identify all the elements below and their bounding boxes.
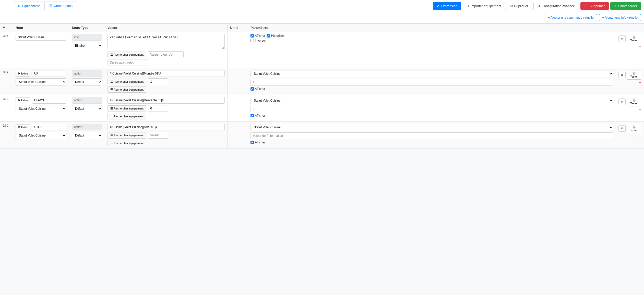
sauvegarder-label: Sauvegarder <box>618 4 637 8</box>
valeur-388-num[interactable] <box>148 105 168 112</box>
params-387-select[interactable]: Statut Volet Cuisine <box>251 70 613 77</box>
params-388-select[interactable]: Statut Volet Cuisine <box>251 97 613 104</box>
historiser-386-checkbox[interactable] <box>267 34 270 38</box>
back-button[interactable]: ← <box>3 3 11 9</box>
add-commande-button[interactable]: + Ajouter une commande virtuelle <box>545 14 597 21</box>
icon-389-button[interactable]: ⚑ Icône <box>16 124 30 130</box>
tester-387-button[interactable]: 📡 Tester <box>627 70 641 80</box>
rechercher-387-btn[interactable]: ☰ Rechercher équipement <box>108 79 146 85</box>
importer-button[interactable]: ↪ Importer équipement <box>463 2 505 10</box>
row-386-actions: ⚙ 📡 Tester − <box>616 32 644 68</box>
gear-388-button[interactable]: ⚙ <box>618 99 626 105</box>
params-387-num[interactable] <box>251 79 613 85</box>
afficher-386-checkbox[interactable] <box>251 34 254 38</box>
rechercher-386-btn[interactable]: ☰ Rechercher équipement <box>108 52 146 58</box>
row-388-params: Statut Volet Cuisine Afficher <box>248 95 616 122</box>
row-389-unite <box>228 122 248 149</box>
afficher-388-checkbox[interactable] <box>251 114 254 117</box>
inverser-386-label[interactable]: Inverser <box>251 39 266 42</box>
icon-388-button[interactable]: ⚑ Icône <box>16 97 30 103</box>
tab-equipement[interactable]: ⚙ Equipement <box>13 2 44 10</box>
soustype-387-select[interactable]: Défaut Curseur Message Couleur <box>72 78 102 85</box>
config-button[interactable]: ⚙ Configuration avancée <box>533 2 579 10</box>
gear-386-button[interactable]: ⚙ <box>618 35 626 42</box>
nom-389-input[interactable] <box>32 124 66 130</box>
retour-386-input[interactable] <box>148 51 184 58</box>
valeur-387-input[interactable] <box>108 70 225 77</box>
nom-386-input[interactable] <box>16 34 66 41</box>
nom-387-select[interactable]: Statut Volet Cuisine <box>16 78 66 85</box>
tester-386-button[interactable]: 📡 Tester <box>627 34 641 43</box>
row-387-soustype: Défaut Curseur Message Couleur <box>69 68 105 95</box>
remove-386-button[interactable]: − <box>639 44 641 48</box>
icon-387-button[interactable]: ⚑ Icône <box>16 71 30 77</box>
tester-388-button[interactable]: 📡 Tester <box>627 97 641 106</box>
inverser-386-checkbox[interactable] <box>251 39 254 42</box>
afficher-389-checkbox[interactable] <box>251 141 254 144</box>
supprimer-label: Supprimer <box>590 4 605 8</box>
row-387-nom: ⚑ Icône Statut Volet Cuisine <box>13 68 69 95</box>
duree-386-input[interactable] <box>108 59 148 66</box>
soustype-386-select[interactable]: Binaire Numérique Texte <box>72 42 102 49</box>
tab-commandes[interactable]: ☰ Commandes <box>44 2 77 10</box>
params-388-num[interactable] <box>251 106 613 112</box>
soustype-388-select[interactable]: Défaut <box>72 105 102 112</box>
valeur-386-textarea[interactable]: variable(variable_etat_volet_cuisine) <box>108 34 225 49</box>
table-row: 388 ⚑ Icône Statut Volet Cuisine <box>0 95 644 122</box>
sauvegarder-button[interactable]: ✔ Sauvegarder <box>610 2 641 10</box>
col-header-unite: Unité <box>228 24 248 32</box>
afficher-387-label[interactable]: Afficher <box>251 87 613 91</box>
equipement-icon: ⚙ <box>18 4 21 8</box>
col-header-id: # <box>0 24 13 32</box>
col-header-soustype: Sous-Type <box>69 24 105 32</box>
add-info-button[interactable]: + Ajouter une info virtuelle <box>599 14 641 21</box>
remove-387-button[interactable]: − <box>639 81 641 85</box>
row-388-unite <box>228 95 248 122</box>
search-icon: ☰ <box>110 141 113 145</box>
nom-387-input[interactable] <box>32 70 66 77</box>
valeur-387-num[interactable] <box>148 78 168 85</box>
historiser-386-label[interactable]: Historiser <box>267 34 284 38</box>
remove-389-button[interactable]: − <box>639 134 641 138</box>
add-commande-label: + Ajouter une commande virtuelle <box>548 16 593 19</box>
soustype-389-label <box>72 124 102 130</box>
expression-button[interactable]: ✔ Expression <box>433 2 461 10</box>
commandes-icon: ☰ <box>49 4 52 8</box>
rechercher2-389-btn[interactable]: ☰ Rechercher équipement <box>108 140 146 146</box>
gear-389-button[interactable]: ⚙ <box>618 125 626 132</box>
table-row: 389 ⚑ Icône Statut Volet Cuisine <box>0 122 644 149</box>
valeur-389-input[interactable] <box>108 124 225 130</box>
rechercher2-388-btn[interactable]: ☰ Rechercher équipement <box>108 113 146 119</box>
row-389-soustype: Défaut <box>69 122 105 149</box>
afficher-388-label[interactable]: Afficher <box>251 114 613 117</box>
afficher-387-checkbox[interactable] <box>251 87 254 91</box>
valeur-388-input[interactable] <box>108 97 225 104</box>
col-header-actions <box>616 24 644 32</box>
afficher-386-label[interactable]: Afficher <box>251 34 265 38</box>
nom-388-input[interactable] <box>32 97 66 104</box>
dupliquer-button[interactable]: ⧉ Dupliquer <box>507 2 532 10</box>
valeur-389-num[interactable] <box>148 132 168 139</box>
row-387-actions: ⚙ 📡 Tester − <box>616 68 644 95</box>
col-header-nom: Nom <box>13 24 69 32</box>
tester-389-button[interactable]: 📡 Tester <box>627 124 641 133</box>
nom-389-select[interactable]: Statut Volet Cuisine <box>16 132 66 139</box>
params-389-select[interactable]: Statut Volet Cuisine <box>251 124 613 131</box>
row-386-unite <box>228 32 248 68</box>
rechercher-389-btn[interactable]: ☰ Rechercher équipement <box>108 132 146 139</box>
table-row: 386 Binaire Numérique Texte varia <box>0 32 644 68</box>
expression-label: Expression <box>441 4 457 8</box>
remove-388-button[interactable]: − <box>639 107 641 112</box>
tab-commandes-label: Commandes <box>54 4 73 8</box>
row-387-id: 387 <box>0 68 13 95</box>
params-389-input[interactable] <box>251 132 613 139</box>
flag-icon: ⚑ <box>18 72 20 75</box>
rechercher2-387-btn[interactable]: ☰ Rechercher équipement <box>108 86 146 93</box>
search-icon: ☰ <box>110 53 113 56</box>
gear-387-button[interactable]: ⚙ <box>618 72 626 78</box>
nom-388-select[interactable]: Statut Volet Cuisine <box>16 105 66 112</box>
afficher-389-label[interactable]: Afficher <box>251 141 613 144</box>
supprimer-button[interactable]: 🚫 Supprimer <box>580 2 609 10</box>
soustype-389-select[interactable]: Défaut <box>72 132 102 139</box>
rechercher-388-btn[interactable]: ☰ Rechercher équipement <box>108 105 146 112</box>
